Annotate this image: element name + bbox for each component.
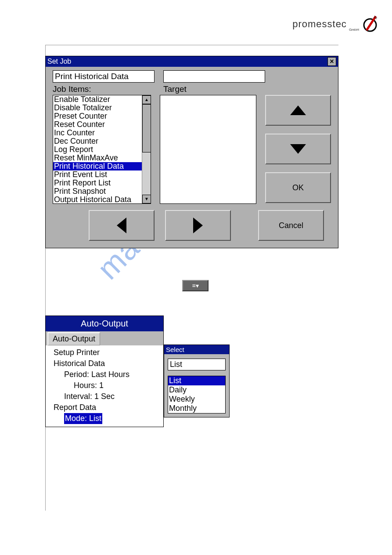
list-item[interactable]: Inc Counter [53, 129, 151, 137]
tree-item[interactable]: Period: Last Hours [48, 369, 161, 380]
tree-item[interactable]: Setup Printer [48, 347, 161, 358]
close-button[interactable]: × [327, 57, 336, 66]
select-option[interactable]: List [168, 376, 225, 385]
move-up-button[interactable] [265, 95, 331, 126]
tree-item[interactable]: Interval: 1 Sec [48, 391, 161, 402]
cancel-button[interactable]: Cancel [258, 210, 324, 241]
auto-output-panel: Auto-Output Auto-Output Setup PrinterHis… [45, 316, 164, 427]
triangle-up-icon [290, 105, 306, 115]
auto-output-title: Auto-Output [46, 316, 163, 331]
scrollbar[interactable]: ▲ ▼ [142, 95, 151, 203]
target-input[interactable] [163, 70, 265, 83]
prev-button[interactable] [89, 210, 155, 241]
tree-item[interactable]: Historical Data [48, 358, 161, 369]
scroll-thumb[interactable] [142, 104, 151, 152]
list-item[interactable]: Output Historical Data [53, 196, 151, 204]
select-title: Select [164, 345, 229, 354]
logo-icon [361, 15, 379, 33]
tree-item[interactable]: Hours: 1 [48, 380, 161, 391]
job-items-listbox[interactable]: Enable TotalizerDisable TotalizerPreset … [53, 95, 151, 204]
select-option[interactable]: Monthly [168, 404, 225, 413]
job-name-input[interactable] [53, 70, 155, 83]
list-item[interactable]: Print Historical Data [53, 162, 151, 170]
list-item[interactable]: Preset Counter [53, 112, 151, 120]
target-listbox[interactable] [160, 95, 256, 204]
tree-item[interactable]: Report Data [48, 402, 161, 413]
move-down-button[interactable] [265, 134, 331, 164]
ok-button[interactable]: OK [265, 172, 331, 203]
select-listbox[interactable]: ListDailyWeeklyMonthly [168, 376, 226, 414]
titlebar: Set Job × [46, 56, 338, 67]
list-item[interactable]: Log Report [53, 145, 151, 154]
target-label: Target [163, 84, 187, 94]
select-option[interactable]: Weekly [168, 395, 225, 404]
next-button[interactable] [165, 210, 231, 241]
list-item[interactable]: Dec Counter [53, 137, 151, 145]
logo-subtext: GmbH [349, 28, 359, 32]
scroll-down-icon[interactable]: ▼ [142, 195, 151, 203]
triangle-left-icon [117, 218, 126, 233]
list-item[interactable]: Disable Totalizer [53, 104, 151, 112]
list-item[interactable]: Reset Counter [53, 120, 151, 129]
list-item[interactable]: Reset MinMaxAve [53, 154, 151, 162]
dialog-title: Set Job [47, 58, 71, 65]
auto-output-tab[interactable]: Auto-Output [47, 332, 100, 345]
menu-button[interactable]: ≡▾ [182, 280, 209, 291]
scroll-up-icon[interactable]: ▲ [142, 95, 151, 104]
set-job-dialog: Set Job × Job Items: Target Enable Total… [45, 56, 338, 248]
list-item[interactable]: Print Snapshot [53, 187, 151, 196]
select-option[interactable]: Daily [168, 385, 225, 395]
job-items-label: Job Items: [53, 84, 155, 94]
select-panel: Select List ListDailyWeeklyMonthly [164, 345, 230, 417]
triangle-down-icon [290, 144, 306, 154]
list-item[interactable]: Print Report List [53, 179, 151, 187]
logo-text: promesstec [292, 18, 347, 30]
list-item[interactable]: Enable Totalizer [53, 95, 151, 104]
select-value[interactable]: List [168, 359, 226, 370]
list-item[interactable]: Print Event List [53, 170, 151, 179]
auto-output-tree: Setup PrinterHistorical DataPeriod: Last… [46, 345, 163, 427]
triangle-right-icon [193, 218, 203, 233]
tree-item[interactable]: Mode: List [48, 413, 161, 424]
logo: promesstec GmbH [292, 15, 379, 33]
